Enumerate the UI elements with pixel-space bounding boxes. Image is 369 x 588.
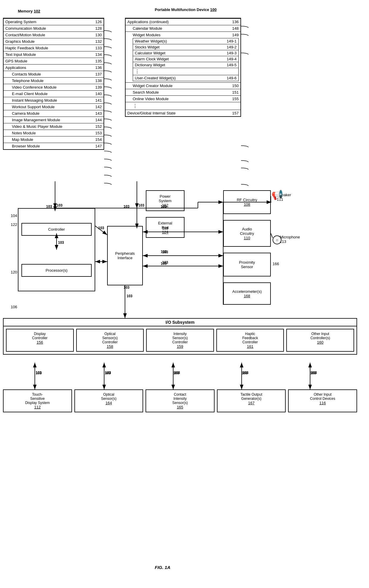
contact-intensity-cell: ContactIntensitySensor(s)165 [146,389,215,412]
bus-io-4: 103 [242,371,248,375]
intensity-controller-cell: IntensitySensor(s)Controller159 [146,329,214,352]
bus-io-2: 103 [105,371,111,375]
svg-line-34 [271,233,273,238]
optical-sensor-cell: OpticalSensor(s)164 [74,389,143,412]
audio-circuitry-block: AudioCircuitry110 [223,220,271,247]
io-title: I/O Subsystem [4,319,357,326]
bus-103-middle: 103 [98,226,104,230]
bus-103-top-left: 103 [46,205,52,209]
bus-103-audio: 103 [161,250,167,254]
touch-display-cell: Touch-SensitiveDisplay System112 [3,389,72,412]
io-subsystem-outer: I/O Subsystem DisplayController156 Optic… [3,318,357,355]
other-input-devices-cell: Other InputControl Devices116 [288,389,357,412]
svg-text:103: 103 [138,203,144,207]
external-port-block: ExternalPort124 [146,217,185,238]
rf-circuitry-block: RF Circuitry108 [223,190,271,214]
svg-text:103: 103 [126,294,132,298]
ref-104: 104 [11,213,17,218]
figure-label: FIG. 1A [155,565,171,570]
bus-io-3: 103 [173,371,179,375]
controller-label: Controller [48,227,65,232]
speaker-icon: 📢 [271,189,283,200]
widget-subbox: Weather Widget(s)149-1 Stocks Widget149-… [133,38,239,81]
main-hw-outer-block: Controller Processor(s) [18,208,95,291]
tactile-output-cell: Tactile OutputGenerator(s)167 [217,389,286,412]
haptic-controller-cell: HapticFeedbackController161 [216,329,284,352]
io-devices-row: Touch-SensitiveDisplay System112 Optical… [3,389,357,412]
accelerometer-block: Accelerometer(s)168 [223,282,271,305]
pmd-box: Applications (continued)136 Calendar Mod… [125,18,241,117]
processor-label: Processor(s) [46,268,68,273]
optical-controller-cell: OpticalSensor(s)Controller158 [76,329,144,352]
proximity-ref: 166 [273,262,279,266]
bus-103-proximity: 103 [161,262,167,266]
microphone-label: Microphone113 [280,235,300,244]
memory-box: Operating System126 Communication Module… [3,18,104,150]
io-controllers-row: DisplayController156 OpticalSensor(s)Con… [4,326,357,354]
ref-122: 122 [11,222,17,227]
other-input-controller-cell: Other InputController(s)160 [286,329,354,352]
ref-106: 106 [11,305,17,309]
proximity-sensor-block: ProximitySensor [223,253,271,276]
ref-120: 120 [11,270,17,274]
peripherals-interface-block: PeripheralsInterface [107,226,143,285]
bus-io-1: 103 [36,371,42,375]
display-controller-cell: DisplayController156 [6,329,74,352]
bus-103-top-center: 103 [123,205,129,209]
bus-io-5: 103 [310,371,316,375]
microphone-icon: ○ [273,235,282,244]
pmd-title: Portable Multifunction Device 100 [155,7,217,12]
memory-title: Memory 102 [18,9,40,13]
svg-text:103: 103 [57,203,62,207]
bus-103-bottom: 103 [123,285,129,290]
bus-103-top-right: 103 [161,205,167,209]
